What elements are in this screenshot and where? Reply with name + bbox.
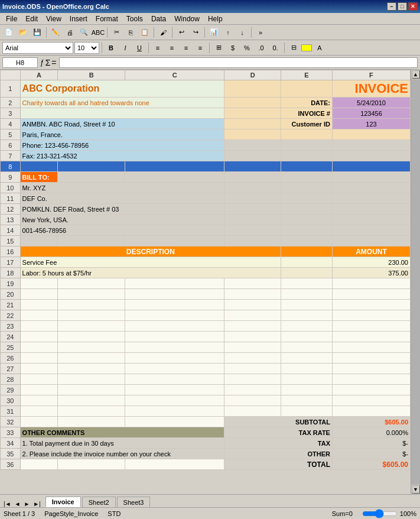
cell-f4[interactable]: 123 [332, 119, 410, 129]
cell-b9[interactable] [58, 172, 125, 183]
cell-b15[interactable] [58, 236, 125, 246]
borders-button[interactable]: ⊟ [287, 41, 300, 54]
cell-a4[interactable]: ANMBN. ABC Road, Street # 10 [20, 119, 224, 129]
cell-d35[interactable]: OTHER [224, 449, 333, 459]
cell-d1[interactable] [224, 80, 281, 98]
cell-a11[interactable]: DEF Co. [20, 193, 224, 204]
col-header-c[interactable]: C [125, 70, 224, 80]
cell-e5[interactable] [281, 129, 333, 140]
cell-e1[interactable] [281, 80, 333, 98]
cell-a17[interactable]: Service Fee [20, 257, 281, 268]
cell-e14[interactable] [281, 225, 333, 236]
cell-a9[interactable]: BILL TO: [20, 172, 58, 183]
cell-d32[interactable]: SUBTOTAL [224, 417, 333, 427]
cell-f11[interactable] [332, 193, 410, 204]
highlight-button[interactable] [301, 44, 312, 51]
cell-a5[interactable]: Paris, France. [20, 129, 224, 140]
cell-reference-input[interactable] [2, 57, 38, 68]
cell-a18[interactable]: Labor: 5 hours at $75/hr [20, 268, 281, 278]
justify-button[interactable]: ≡ [194, 41, 207, 54]
dec-decimal-button[interactable]: 0. [269, 41, 282, 54]
equals-icon[interactable]: = [51, 58, 56, 67]
cell-e12[interactable] [281, 204, 333, 215]
cell-b8[interactable] [58, 161, 125, 172]
more-button[interactable]: » [254, 26, 267, 39]
undo-button[interactable]: ↩ [175, 26, 188, 39]
function-wizard-icon[interactable]: ƒ [40, 59, 44, 67]
cell-d7[interactable] [224, 151, 281, 161]
cell-e6[interactable] [281, 140, 333, 151]
cell-f2[interactable]: 5/24/2010 [332, 98, 410, 108]
cell-a7[interactable]: Fax: 213-321-4532 [20, 151, 224, 161]
copy-button[interactable]: ⎘ [124, 26, 137, 39]
inc-decimal-button[interactable]: .0 [255, 41, 268, 54]
menu-window[interactable]: Window [171, 14, 203, 24]
formula-input[interactable] [59, 57, 418, 68]
bold-button[interactable]: B [105, 41, 118, 54]
cell-f6[interactable] [332, 140, 410, 151]
italic-button[interactable]: I [119, 41, 132, 54]
scroll-down-button[interactable]: ▼ [412, 485, 420, 494]
cell-e16[interactable] [281, 246, 333, 257]
cell-d9[interactable] [224, 172, 281, 183]
cell-d5[interactable] [224, 129, 281, 140]
cell-e2[interactable]: DATE: [281, 98, 333, 108]
cell-f10[interactable] [332, 183, 410, 193]
cell-e10[interactable] [281, 183, 333, 193]
redo-button[interactable]: ↪ [189, 26, 202, 39]
cell-f1[interactable]: INVOICE [332, 80, 410, 98]
open-button[interactable]: 📂 [17, 26, 30, 39]
col-header-f[interactable]: F [332, 70, 410, 80]
maximize-button[interactable]: □ [398, 2, 407, 11]
cell-f18[interactable]: 375.00 [332, 268, 410, 278]
cell-f5[interactable] [332, 129, 410, 140]
cell-f16[interactable]: AMOUNT [332, 246, 410, 257]
col-header-b[interactable]: B [58, 70, 125, 80]
cell-f14[interactable] [332, 225, 410, 236]
sum-icon[interactable]: Σ [45, 58, 51, 67]
cell-d4[interactable] [224, 119, 281, 129]
cell-a15[interactable] [20, 236, 58, 246]
cell-f34[interactable]: $- [332, 438, 410, 449]
minimize-button[interactable]: − [387, 2, 396, 11]
chart-button[interactable]: 📊 [207, 26, 220, 39]
cell-d3[interactable] [224, 108, 281, 119]
menu-help[interactable]: Help [204, 14, 226, 24]
format-paint-button[interactable]: 🖌 [157, 26, 170, 39]
cell-d10[interactable] [224, 183, 281, 193]
cell-e4[interactable]: Customer ID [281, 119, 333, 129]
cell-a10[interactable]: Mr. XYZ [20, 183, 224, 193]
sheet-tab-invoice[interactable]: Invoice [45, 497, 81, 507]
zoom-slider[interactable] [362, 509, 398, 518]
cell-e18[interactable] [281, 268, 333, 278]
menu-insert[interactable]: Insert [66, 14, 91, 24]
save-button[interactable]: 💾 [31, 26, 44, 39]
cell-a33[interactable]: OTHER COMMENTS [20, 427, 224, 438]
edit-button[interactable]: ✏️ [49, 26, 62, 39]
cell-f35[interactable]: $- [332, 449, 410, 459]
print-button[interactable]: 🖨 [63, 26, 76, 39]
cell-f8[interactable] [332, 161, 410, 172]
align-center-button[interactable]: ≡ [165, 41, 178, 54]
cell-a2[interactable]: Charity towards all and hatred towards n… [20, 98, 224, 108]
cell-d34[interactable]: TAX [224, 438, 333, 449]
menu-edit[interactable]: Edit [22, 14, 41, 24]
cell-a34[interactable]: 1. Total payment due in 30 days [20, 438, 224, 449]
sheet-nav-prev[interactable]: ◄ [14, 501, 22, 507]
menu-view[interactable]: View [43, 14, 65, 24]
sheet-nav-next[interactable]: ► [22, 501, 31, 507]
cell-a3[interactable] [20, 108, 224, 119]
cell-d2[interactable] [224, 98, 281, 108]
cell-d11[interactable] [224, 193, 281, 204]
cell-a16[interactable]: DESCRIPTION [20, 246, 281, 257]
cell-f33[interactable]: 0.000% [332, 427, 410, 438]
cell-d36[interactable]: TOTAL [224, 459, 333, 470]
cell-e8[interactable] [281, 161, 333, 172]
col-header-e[interactable]: E [281, 70, 333, 80]
cell-c9[interactable] [125, 172, 224, 183]
cell-a12[interactable]: POMKLN. DEF Road, Street # 03 [20, 204, 224, 215]
cell-e11[interactable] [281, 193, 333, 204]
sheet-nav-first[interactable]: |◄ [2, 501, 12, 507]
cell-e9[interactable] [281, 172, 333, 183]
cell-f36[interactable]: $605.00 [332, 459, 410, 470]
